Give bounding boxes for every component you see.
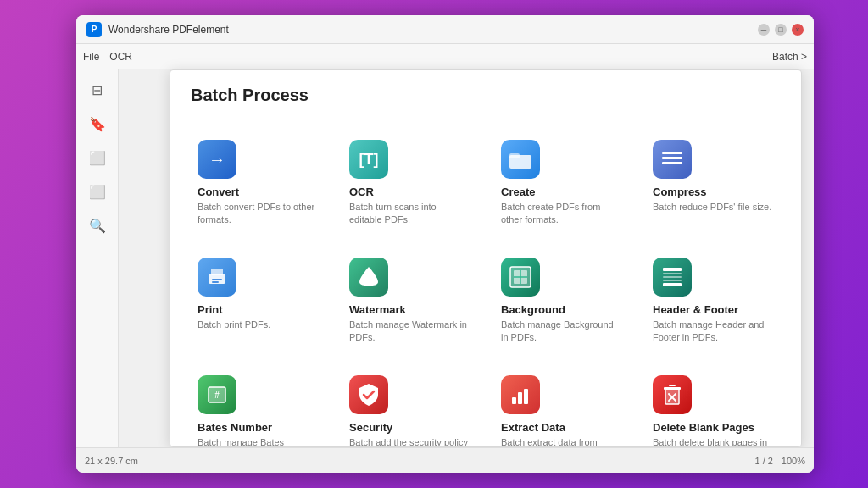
dialog-header: Batch Process xyxy=(170,70,801,114)
bates-number-name: Bates Number xyxy=(198,421,272,434)
svg-text:#: # xyxy=(214,391,220,400)
file-menu[interactable]: File xyxy=(83,51,99,63)
security-name: Security xyxy=(349,421,392,434)
ocr-name: OCR xyxy=(349,186,374,198)
background-desc: Batch manage Background in PDFs. xyxy=(501,319,622,345)
compress-desc: Batch reduce PDFs' file size. xyxy=(653,201,771,214)
bates-number-desc: Batch manage Bates Number in PDFs. xyxy=(198,436,319,446)
zoom-level: 100% xyxy=(782,456,805,466)
dialog-content: → Convert Batch convert PDFs to other fo… xyxy=(170,114,801,446)
watermark-desc: Batch manage Watermark in PDFs. xyxy=(349,319,470,345)
svg-rect-4 xyxy=(662,162,682,164)
process-item-header-footer[interactable]: Header & Footer Batch manage Header and … xyxy=(646,249,781,353)
svg-rect-24 xyxy=(664,387,681,390)
process-item-bates-number[interactable]: # Bates Number Batch manage Bates Number… xyxy=(191,367,326,446)
sidebar-icon-panels[interactable]: ⊟ xyxy=(84,76,111,103)
dimensions-label: 21 x 29.7 cm xyxy=(85,456,138,466)
svg-rect-8 xyxy=(212,281,219,283)
batch-button[interactable]: Batch > xyxy=(772,51,807,63)
print-name: Print xyxy=(198,303,223,316)
ocr-desc: Batch turn scans into editable PDFs. xyxy=(349,201,470,227)
title-bar: P Wondershare PDFelement ─ □ × xyxy=(76,15,814,44)
status-right: 1 / 2 100% xyxy=(754,456,805,466)
convert-icon: → xyxy=(198,140,236,179)
header-footer-name: Header & Footer xyxy=(653,303,738,316)
print-desc: Batch print PDFs. xyxy=(198,319,270,331)
svg-rect-13 xyxy=(663,268,682,271)
app-title: Wondershare PDFelement xyxy=(108,24,229,36)
svg-rect-2 xyxy=(662,152,682,154)
svg-rect-22 xyxy=(524,389,528,404)
svg-rect-6 xyxy=(211,269,223,275)
watermark-icon xyxy=(349,258,388,297)
ocr-button[interactable]: OCR xyxy=(109,51,132,63)
title-bar-left: P Wondershare PDFelement xyxy=(86,22,229,37)
svg-rect-20 xyxy=(512,397,516,404)
sidebar-icon-page[interactable]: ⬜ xyxy=(84,144,111,171)
create-name: Create xyxy=(501,186,535,198)
ocr-icon: [T] xyxy=(349,140,388,179)
extract-data-icon xyxy=(501,375,540,414)
svg-rect-1 xyxy=(509,153,520,158)
security-desc: Batch add the security policy in PDFs. xyxy=(349,436,470,446)
process-item-create[interactable]: Create Batch create PDFs from other form… xyxy=(494,131,629,236)
sidebar-icon-bookmark[interactable]: 🔖 xyxy=(84,110,111,137)
batch-process-dialog: Batch Process → Convert Batch convert PD… xyxy=(170,69,802,447)
compress-name: Compress xyxy=(653,186,707,198)
background-name: Background xyxy=(501,303,565,316)
close-button[interactable]: × xyxy=(792,24,804,36)
process-grid: → Convert Batch convert PDFs to other fo… xyxy=(191,131,781,446)
svg-rect-3 xyxy=(662,157,682,159)
process-item-print[interactable]: Print Batch print PDFs. xyxy=(191,249,326,353)
process-item-extract-data[interactable]: Extract Data Batch extract data from PDF… xyxy=(494,367,629,446)
compress-icon xyxy=(653,140,692,179)
delete-blank-name: Delete Blank Pages xyxy=(653,421,754,434)
create-desc: Batch create PDFs from other formats. xyxy=(501,201,622,227)
svg-rect-17 xyxy=(663,283,682,286)
process-item-delete-blank[interactable]: Delete Blank Pages Batch delete blank pa… xyxy=(646,367,781,446)
sidebar: ⊟ 🔖 ⬜ ⬜ 🔍 xyxy=(76,69,119,447)
process-item-security[interactable]: Security Batch add the security policy i… xyxy=(342,367,477,446)
app-window: P Wondershare PDFelement ─ □ × File OCR … xyxy=(76,15,814,473)
header-footer-icon xyxy=(653,258,692,297)
convert-desc: Batch convert PDFs to other formats. xyxy=(198,201,319,227)
app-toolbar: File OCR Batch > xyxy=(76,44,814,69)
extract-data-name: Extract Data xyxy=(501,421,565,434)
convert-name: Convert xyxy=(198,186,239,198)
app-icon: P xyxy=(86,22,102,37)
create-icon xyxy=(501,140,540,179)
watermark-name: Watermark xyxy=(349,303,406,316)
process-item-compress[interactable]: Compress Batch reduce PDFs' file size. xyxy=(646,131,781,236)
sidebar-icon-page2[interactable]: ⬜ xyxy=(84,178,111,205)
delete-blank-desc: Batch delete blank pages in PDFs. xyxy=(653,436,774,446)
delete-blank-icon xyxy=(653,375,692,414)
extract-data-desc: Batch extract data from PDFs. xyxy=(501,436,622,446)
bates-number-icon: # xyxy=(198,375,236,414)
process-item-ocr[interactable]: [T] OCR Batch turn scans into editable P… xyxy=(342,131,477,236)
svg-rect-21 xyxy=(518,392,522,404)
print-icon xyxy=(198,258,236,297)
process-item-convert[interactable]: → Convert Batch convert PDFs to other fo… xyxy=(191,131,326,236)
svg-rect-16 xyxy=(663,280,682,281)
svg-rect-15 xyxy=(663,276,682,278)
background-icon xyxy=(501,258,540,297)
minimize-button[interactable]: ─ xyxy=(758,24,770,36)
process-item-watermark[interactable]: Watermark Batch manage Watermark in PDFs… xyxy=(342,249,477,353)
dialog-title: Batch Process xyxy=(191,86,781,105)
sidebar-icon-search[interactable]: 🔍 xyxy=(84,212,111,239)
svg-rect-7 xyxy=(212,279,222,280)
page-count: 1 / 2 xyxy=(754,456,772,466)
window-controls: ─ □ × xyxy=(758,24,804,36)
maximize-button[interactable]: □ xyxy=(775,24,787,36)
security-icon xyxy=(349,375,388,414)
header-footer-desc: Batch manage Header and Footer in PDFs. xyxy=(653,319,774,345)
process-item-background[interactable]: Background Batch manage Background in PD… xyxy=(494,249,629,353)
status-bar: 21 x 29.7 cm 1 / 2 100% xyxy=(76,447,814,473)
svg-rect-14 xyxy=(663,273,682,274)
